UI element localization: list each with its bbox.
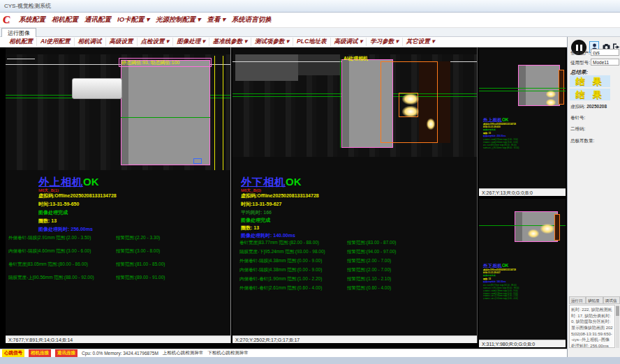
result-ok: OK (286, 176, 302, 188)
virtual-code-value: 20250208 (586, 104, 607, 109)
cpu-memory-status: Cpu: 0.0% Memory: 3424.41796875M (82, 351, 158, 356)
bright-weld-spot (402, 93, 419, 105)
measurement-row: 外侧卷针-卷针|2.61mm 范围:(0.60 - 4.00) (239, 285, 322, 291)
virtual-code-line: 虚拟码:Offline20250208133134728 (241, 192, 319, 199)
separator-film-region (121, 60, 210, 165)
measurement-row: 卷针宽度|83.05mm 范围:(80.00 - 86.00) (8, 261, 88, 268)
log-tab-run[interactable]: 运行日志 (569, 296, 586, 304)
status-bar: 心跳信号 相机连接 通讯连接 Cpu: 0.0% Memory: 3424.41… (0, 349, 567, 357)
model-field[interactable] (591, 59, 619, 66)
log-scrollbar[interactable] (616, 305, 619, 348)
qr-code-label: 二维码: (570, 126, 585, 132)
time-line: 时间:13-31-59-627 (241, 201, 281, 208)
menu-view[interactable]: 查看 ▾ (207, 15, 225, 24)
time-line: 时间:13-31-59-650 (38, 201, 79, 208)
tab-count-label: 总极耳数量: (570, 138, 594, 144)
bright-weld-spot (546, 91, 556, 98)
menu-language-switch[interactable]: 系统语言切换 (232, 15, 272, 24)
model-label: 使用型号: (570, 60, 590, 66)
process-time-line: 图像处理耗时: 140.00ms (241, 232, 295, 239)
toolbar-camera-debug[interactable]: 相机调试 (74, 38, 105, 46)
process-done-line: 图像处理完成 (241, 217, 270, 224)
toolbar-baseline-params[interactable]: 基准线参数 ▾ (209, 38, 251, 46)
measurement-row: 隔膜宽度-上|90.56mm 范围:(88.00 - 92.00) (483, 146, 566, 149)
camera-name: 外下相机 (241, 176, 286, 188)
log-scrollbar-thumb[interactable] (616, 306, 619, 316)
machine-block (235, 54, 298, 81)
tab-strip: 运行图像 (0, 28, 620, 37)
camera-view-lower[interactable]: AI处理相机 外下相机OK M6大_B(0) 虚拟码:Offline202502… (232, 47, 478, 343)
log-text-area[interactable]: 耗时: 222, 缺陷检测耗时: 17, 缺陷分类耗时: 0, 缺陷提取分区耗时… (569, 305, 615, 348)
pixel-coords-bar: X:311;Y:980;R:0;G:0;B:0 (479, 340, 566, 347)
toolbar-ai-use-config[interactable]: AI使用配置 (36, 38, 74, 46)
toolbar-advanced-settings[interactable]: 高级设置 (105, 38, 137, 46)
pixel-coords-bar: X:267;Y:13;R:0;G:0;B:0 (479, 188, 566, 196)
bright-weld-spot (402, 106, 419, 117)
login-user-field[interactable] (591, 49, 619, 56)
bright-edge-line (7, 59, 35, 59)
log-tab-defect[interactable]: 缺陷显示 (586, 296, 603, 304)
threshold-label: 静态阈值:93, 动态阈值:100 (119, 58, 212, 67)
thumbnail-view-upper[interactable]: 外上相机OK 虚拟码:Offline20250208133134728 时间:1… (479, 47, 566, 196)
window-title: CYS-视觉检测系统 (4, 2, 51, 10)
bright-weld-spot (427, 119, 435, 130)
camera-name: 外上相机 (38, 176, 83, 188)
menu-system-config[interactable]: 系统配置 (19, 15, 45, 24)
result-ok: OK (502, 117, 508, 122)
virtual-code-label: 虚拟码: 20250208 (570, 104, 607, 110)
menu-comm-config[interactable]: 通讯配置 (84, 15, 111, 24)
measurement-row: 外侧卷针-卷针|2.61mm 范围:(0.60 - 4.00) (483, 298, 566, 301)
measurement-row: 卷针宽度|83.77mm 范围:(82.00 - 88.00) (239, 240, 319, 246)
mini-overlay-text: 外下相机OK 虚拟码:Offline20250208133134728 时间:1… (483, 263, 566, 300)
toolbar-learning-params[interactable]: 学习参数 ▾ (366, 38, 402, 46)
machine-block (298, 54, 340, 75)
mini-overlay-text: 外上相机OK 虚拟码:Offline20250208133134728 时间:1… (483, 117, 566, 149)
virtual-code-line: 虚拟码:Offline20250208133134728 (38, 192, 117, 199)
menu-camera-config[interactable]: 相机配置 (52, 15, 78, 24)
upper-camera-warning: 上相机心跳检测异常 (163, 350, 204, 356)
toolbar-camera-config[interactable]: 相机配置 (6, 38, 36, 46)
ai-detect-box (559, 70, 564, 105)
bright-weld-spot (528, 229, 539, 238)
measurement-row: 内侧卷针-隔膜|4.38mm 范围:(0.00 - 9.00) (239, 267, 322, 273)
result-block-2: 结 果 (570, 89, 610, 100)
alarm-range: 报警范围:(2.20 - 3.30) (116, 235, 160, 241)
ai-camera-label: AI处理相机 (344, 55, 368, 62)
control-panel: 登录用户: 使用型号: 总结果: 结 果 结 果 虚拟码: 20250208 卷… (567, 37, 620, 357)
comm-connection-badge: 通讯连接 (55, 349, 78, 357)
main-area: 静态阈值:93, 动态阈值:100 外上相机OK M6大_B(1) 虚拟码:Of… (0, 47, 567, 349)
measurement-row: 内侧卷针-隔膜|4.60mm 范围:(3.00 - 6.00) (8, 248, 91, 255)
camera-name: 外上相机 (483, 117, 502, 122)
log-tab-strip: 运行日志 缺陷显示 调试信息 (569, 296, 620, 304)
result-block-1: 结 果 (570, 75, 610, 87)
detect-box-blue (193, 158, 202, 164)
toolbar-advanced-debug[interactable]: 高级调试 ▾ (330, 38, 367, 46)
measurement-row: 隔膜宽度-下|95.24mm 范围:(93.00 - 98.00) (239, 249, 325, 255)
toolbar: 相机配置 AI使用配置 相机调试 高级设置 点检设置 ▾ 图像处理 ▾ 基准线参… (0, 37, 567, 47)
result-ok: OK (83, 176, 99, 188)
alarm-range: 报警范围:(94.00 - 97.00) (347, 249, 396, 255)
alarm-range: 报警范围:(83.00 - 87.00) (347, 240, 396, 246)
menu-io-config[interactable]: IO卡配置 ▾ (117, 15, 149, 24)
baseline-green-line (479, 88, 566, 89)
toolbar-spot-check[interactable]: 点检设置 ▾ (137, 38, 173, 46)
app-logo-icon: C (3, 14, 10, 26)
thumbnail-view-lower[interactable]: 外下相机OK 虚拟码:Offline20250208133134728 时间:1… (479, 199, 566, 347)
toolbar-image-process[interactable]: 图像处理 ▾ (172, 38, 209, 46)
camera-view-upper[interactable]: 静态阈值:93, 动态阈值:100 外上相机OK M6大_B(1) 虚拟码:Of… (6, 47, 231, 343)
alarm-range: 报警范围:(2.00 - 7.00) (347, 267, 391, 273)
log-tab-debug[interactable]: 调试信息 (603, 296, 620, 304)
alarm-range: 报警范围:(81.00 - 85.00) (116, 261, 165, 268)
toolbar-other-settings[interactable]: 其它设置 ▾ (402, 38, 438, 46)
title-bar: CYS-视觉检测系统 (0, 0, 620, 13)
electrode-tab-object (72, 78, 122, 99)
yellow-guide-line (223, 56, 223, 170)
toolbar-test-params[interactable]: 测试项参数 ▾ (251, 38, 293, 46)
heartbeat-status-badge: 心跳信号 (2, 349, 24, 357)
menu-light-config[interactable]: 光源控制配置 ▾ (156, 15, 200, 24)
virtual-code-caption: 虚拟码: (570, 104, 585, 109)
measurement-row: 内侧卷针-卷针|1.90mm 范围:(1.00 - 2.20) (239, 276, 322, 282)
toolbar-plc-address[interactable]: PLC地址表 (293, 38, 330, 46)
tab-run-image[interactable]: 运行图像 (1, 28, 36, 37)
yellow-guide-line (214, 56, 215, 170)
